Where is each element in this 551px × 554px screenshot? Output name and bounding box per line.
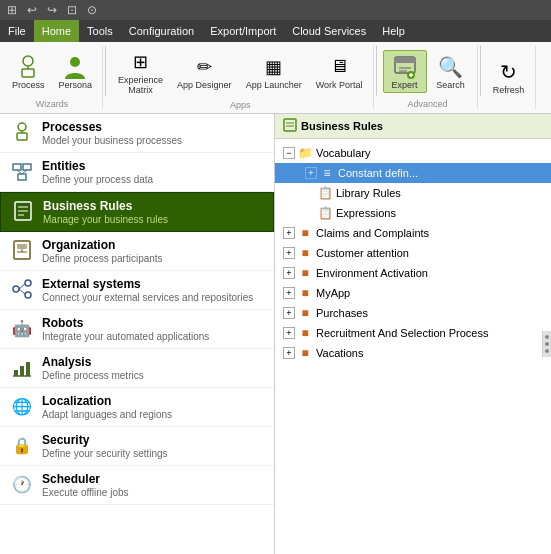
ribbon-btn-refresh[interactable]: ↻ Refresh	[487, 56, 531, 98]
tree-header-label: Business Rules	[301, 120, 383, 132]
search-icon: 🔍	[437, 53, 465, 81]
exp-matrix-label: Experience Matrix	[118, 76, 163, 96]
constant-def-icon: ≡	[319, 165, 335, 181]
search-label: Search	[436, 81, 465, 91]
top-icon-4[interactable]: ⊡	[64, 2, 80, 18]
localization-sub: Adapt languages and regions	[42, 409, 172, 420]
menu-cloud[interactable]: Cloud Services	[284, 20, 374, 42]
expert-label: Expert	[392, 81, 418, 91]
vacations-label: Vacations	[316, 347, 364, 359]
top-icon-2[interactable]: ↩	[24, 2, 40, 18]
refresh-icon: ↻	[495, 58, 523, 86]
left-item-analysis[interactable]: Analysis Define process metrics	[0, 349, 274, 388]
menu-help[interactable]: Help	[374, 20, 413, 42]
tree-item-environment[interactable]: + ■ Environment Activation	[275, 263, 551, 283]
ribbon-btn-exp-matrix[interactable]: ⊞ Experience Matrix	[112, 46, 169, 98]
organization-text: Organization Define process participants	[42, 238, 163, 264]
menu-home[interactable]: Home	[34, 20, 79, 42]
left-item-localization[interactable]: 🌐 Localization Adapt languages and regio…	[0, 388, 274, 427]
work-portal-label: Work Portal	[316, 81, 363, 91]
tree-item-vocabulary[interactable]: − 📁 Vocabulary	[275, 143, 551, 163]
business-rules-title: Business Rules	[43, 199, 168, 213]
tree-item-constant-def[interactable]: + ≡ Constant defin...	[275, 163, 551, 183]
tree-item-customer[interactable]: + ■ Customer attention	[275, 243, 551, 263]
vocabulary-label: Vocabulary	[316, 147, 370, 159]
svg-line-30	[19, 284, 25, 289]
edge-dot	[545, 342, 549, 346]
scheduler-sub: Execute offline jobs	[42, 487, 129, 498]
tree-item-myapp[interactable]: + ■ MyApp	[275, 283, 551, 303]
purchases-icon: ■	[297, 305, 313, 321]
ribbon-group-apps: ⊞ Experience Matrix ✏ App Designer ▦ App…	[108, 46, 373, 109]
expert-icon	[391, 53, 419, 81]
ribbon-btn-search[interactable]: 🔍 Search	[429, 51, 473, 93]
customer-label: Customer attention	[316, 247, 409, 259]
tree-header-icon	[283, 118, 297, 134]
ribbon-btn-app-designer[interactable]: ✏ App Designer	[171, 51, 238, 93]
ribbon-btn-expert[interactable]: Expert	[383, 50, 427, 94]
left-item-organization[interactable]: Organization Define process participants	[0, 232, 274, 271]
constant-def-expand[interactable]: +	[305, 167, 317, 179]
localization-icon: 🌐	[10, 394, 34, 418]
top-icon-5[interactable]: ⊙	[84, 2, 100, 18]
tree-header: Business Rules	[275, 114, 551, 139]
claims-expand[interactable]: +	[283, 227, 295, 239]
svg-rect-36	[284, 119, 296, 131]
expressions-label: Expressions	[336, 207, 396, 219]
vocabulary-expand[interactable]: −	[283, 147, 295, 159]
localization-text: Localization Adapt languages and regions	[42, 394, 172, 420]
refresh-label: Refresh	[493, 86, 525, 96]
myapp-expand[interactable]: +	[283, 287, 295, 299]
ribbon-btn-work-portal[interactable]: 🖥 Work Portal	[310, 51, 369, 93]
menu-export[interactable]: Export/Import	[202, 20, 284, 42]
apps-group-label: Apps	[230, 100, 251, 110]
robots-sub: Integrate your automated applications	[42, 331, 209, 342]
left-item-external[interactable]: External systems Connect your external s…	[0, 271, 274, 310]
security-title: Security	[42, 433, 168, 447]
environment-label: Environment Activation	[316, 267, 428, 279]
svg-point-11	[18, 123, 26, 131]
tree-item-vacations[interactable]: + ■ Vacations	[275, 343, 551, 363]
menu-tools[interactable]: Tools	[79, 20, 121, 42]
vacations-expand[interactable]: +	[283, 347, 295, 359]
exp-matrix-icon: ⊞	[127, 48, 155, 76]
left-item-entities[interactable]: Entities Define your process data	[0, 153, 274, 192]
environment-expand[interactable]: +	[283, 267, 295, 279]
right-edge-handle[interactable]	[542, 331, 551, 357]
svg-rect-24	[17, 244, 27, 249]
organization-title: Organization	[42, 238, 163, 252]
purchases-expand[interactable]: +	[283, 307, 295, 319]
svg-rect-14	[13, 164, 21, 170]
customer-expand[interactable]: +	[283, 247, 295, 259]
tree-item-purchases[interactable]: + ■ Purchases	[275, 303, 551, 323]
ribbon-btn-app-launcher[interactable]: ▦ App Launcher	[240, 51, 308, 93]
left-item-business-rules[interactable]: Business Rules Manage your business rule…	[0, 192, 274, 232]
scheduler-icon: 🕐	[10, 472, 34, 496]
security-icon: 🔒	[10, 433, 34, 457]
processes-icon	[10, 120, 34, 144]
ribbon-btn-persona[interactable]: Persona	[53, 51, 99, 93]
app-designer-icon: ✏	[190, 53, 218, 81]
top-icon-3[interactable]: ↪	[44, 2, 60, 18]
left-item-processes[interactable]: Processes Model your business processes	[0, 114, 274, 153]
menu-configuration[interactable]: Configuration	[121, 20, 202, 42]
menu-file[interactable]: File	[0, 20, 34, 42]
left-item-scheduler[interactable]: 🕐 Scheduler Execute offline jobs	[0, 466, 274, 505]
tree-item-expressions[interactable]: 📋 Expressions	[275, 203, 551, 223]
tree-item-claims[interactable]: + ■ Claims and Complaints	[275, 223, 551, 243]
tree-item-library-rules[interactable]: 📋 Library Rules	[275, 183, 551, 203]
top-icon-1[interactable]: ⊞	[4, 2, 20, 18]
recruitment-expand[interactable]: +	[283, 327, 295, 339]
persona-label: Persona	[59, 81, 93, 91]
left-item-robots[interactable]: 🤖 Robots Integrate your automated applic…	[0, 310, 274, 349]
tree-item-recruitment[interactable]: + ■ Recruitment And Selection Process	[275, 323, 551, 343]
entities-sub: Define your process data	[42, 174, 153, 185]
robots-icon: 🤖	[10, 316, 34, 340]
svg-point-3	[70, 57, 80, 67]
customer-icon: ■	[297, 245, 313, 261]
ribbon: Process Persona Wizards	[0, 42, 551, 114]
ribbon-btn-process[interactable]: Process	[6, 51, 51, 93]
analysis-sub: Define process metrics	[42, 370, 144, 381]
left-item-security[interactable]: 🔒 Security Define your security settings	[0, 427, 274, 466]
svg-point-29	[25, 292, 31, 298]
